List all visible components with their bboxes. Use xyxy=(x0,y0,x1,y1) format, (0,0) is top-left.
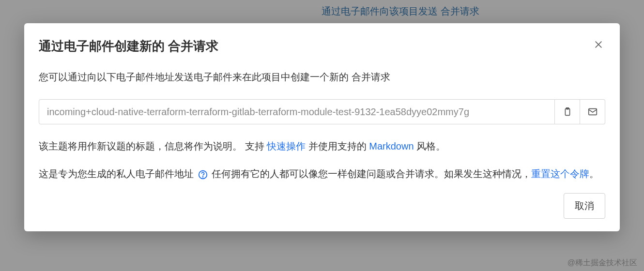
modal-header: 通过电子邮件创建新的 合并请求 xyxy=(39,38,605,55)
watermark: @稀土掘金技术社区 xyxy=(567,258,637,268)
help-text-1: 该主题将用作新议题的标题，信息将作为说明。 支持 快速操作 并使用支持的 Mar… xyxy=(39,138,605,155)
modal-title: 通过电子邮件创建新的 合并请求 xyxy=(39,38,218,55)
help-text-2: 这是专为您生成的私人电子邮件地址 任何拥有它的人都可以像您一样创建问题或合并请求… xyxy=(39,166,605,182)
svg-rect-2 xyxy=(565,109,569,116)
reset-token-link[interactable]: 重置这个令牌 xyxy=(531,168,589,179)
modal-description: 您可以通过向以下电子邮件地址发送电子邮件来在此项目中创建一个新的 合并请求 xyxy=(39,69,605,85)
email-input-row xyxy=(39,99,605,124)
help-text-1-pre: 该主题将用作新议题的标题，信息将作为说明。 支持 xyxy=(39,141,267,151)
modal-footer: 取消 xyxy=(39,193,605,219)
help-icon[interactable] xyxy=(198,169,208,180)
mail-button[interactable] xyxy=(580,99,605,124)
close-button[interactable] xyxy=(592,38,605,53)
close-icon xyxy=(594,40,603,49)
clipboard-icon xyxy=(562,106,573,117)
help-text-2-mid: 任何拥有它的人都可以像您一样创建问题或合并请求。如果发生这种情况， xyxy=(209,168,532,179)
markdown-link[interactable]: Markdown xyxy=(369,141,414,151)
help-text-2-post: 。 xyxy=(589,168,599,179)
help-text-2-pre: 这是专为您生成的私人电子邮件地址 xyxy=(39,168,197,179)
backdrop-link[interactable]: 通过电子邮件向该项目发送 合并请求 xyxy=(322,5,479,18)
copy-button[interactable] xyxy=(555,99,580,124)
envelope-icon xyxy=(587,106,598,117)
svg-point-6 xyxy=(202,177,203,177)
quick-actions-link[interactable]: 快速操作 xyxy=(267,141,306,151)
email-modal: 通过电子邮件创建新的 合并请求 您可以通过向以下电子邮件地址发送电子邮件来在此项… xyxy=(24,23,620,231)
cancel-button[interactable]: 取消 xyxy=(564,193,605,219)
help-text-1-post: 风格。 xyxy=(414,141,446,151)
email-address-input[interactable] xyxy=(39,99,555,124)
help-text-1-mid: 并使用支持的 xyxy=(306,141,369,151)
